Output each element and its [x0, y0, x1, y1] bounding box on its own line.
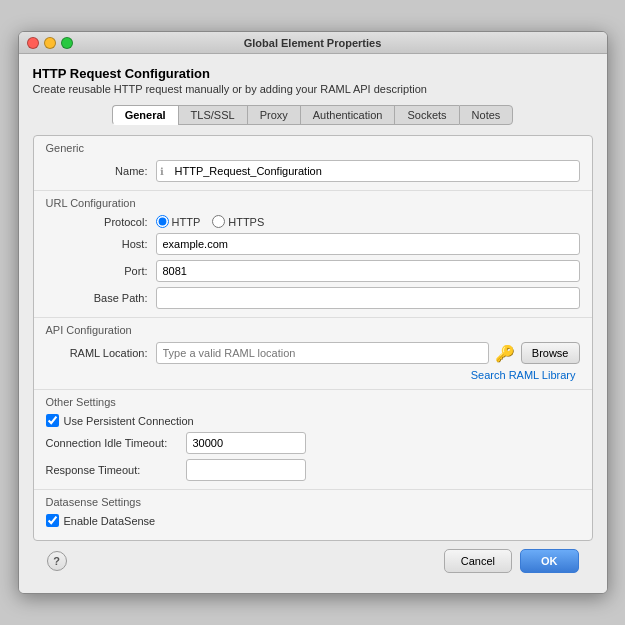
page-title: HTTP Request Configuration	[33, 66, 593, 81]
persistent-connection-checkbox[interactable]	[46, 414, 59, 427]
content-area: Generic Name: ℹ URL Configuration	[33, 135, 593, 541]
tab-authentication[interactable]: Authentication	[300, 105, 395, 125]
title-bar: Global Element Properties	[19, 32, 607, 54]
form-area: Generic Name: ℹ URL Configuration	[33, 135, 593, 541]
protocol-row: Protocol: HTTP HTTPS	[46, 215, 580, 228]
maximize-button[interactable]	[61, 37, 73, 49]
https-radio-label[interactable]: HTTPS	[212, 215, 264, 228]
response-timeout-input[interactable]	[186, 459, 306, 481]
idle-timeout-label: Connection Idle Timeout:	[46, 437, 186, 449]
datasense-title: Datasense Settings	[46, 496, 580, 508]
api-config-title: API Configuration	[46, 324, 580, 336]
enable-datasense-row: Enable DataSense	[46, 514, 580, 527]
http-label: HTTP	[172, 216, 201, 228]
enable-datasense-label: Enable DataSense	[64, 515, 156, 527]
raml-row: RAML Location: 🔑 Browse	[46, 342, 580, 364]
raml-input[interactable]	[156, 342, 489, 364]
footer-buttons: Cancel OK	[444, 549, 579, 573]
minimize-button[interactable]	[44, 37, 56, 49]
https-radio[interactable]	[212, 215, 225, 228]
window-title: Global Element Properties	[244, 37, 382, 49]
tab-tls-ssl[interactable]: TLS/SSL	[178, 105, 247, 125]
help-button[interactable]: ?	[47, 551, 67, 571]
https-label: HTTPS	[228, 216, 264, 228]
other-settings-section: Other Settings Use Persistent Connection…	[34, 390, 592, 490]
search-raml-link[interactable]: Search RAML Library	[46, 369, 580, 381]
name-input[interactable]	[156, 160, 580, 182]
enable-datasense-checkbox[interactable]	[46, 514, 59, 527]
api-config-section: API Configuration RAML Location: 🔑 Brows…	[34, 318, 592, 390]
port-label: Port:	[46, 265, 156, 277]
base-path-row: Base Path:	[46, 287, 580, 309]
other-settings-title: Other Settings	[46, 396, 580, 408]
idle-timeout-input[interactable]	[186, 432, 306, 454]
footer: ? Cancel OK	[33, 541, 593, 583]
name-label: Name:	[46, 165, 156, 177]
persistent-connection-row: Use Persistent Connection	[46, 414, 580, 427]
url-config-section: URL Configuration Protocol: HTTP	[34, 191, 592, 318]
datasense-section: Datasense Settings Enable DataSense	[34, 490, 592, 540]
host-input[interactable]	[156, 233, 580, 255]
port-input[interactable]	[156, 260, 580, 282]
info-icon: ℹ	[160, 166, 164, 177]
raml-icon: 🔑	[495, 344, 515, 363]
name-input-wrapper: ℹ	[156, 160, 580, 182]
main-window: Global Element Properties HTTP Request C…	[18, 31, 608, 594]
generic-section-title: Generic	[46, 142, 580, 154]
protocol-radio-group: HTTP HTTPS	[156, 215, 265, 228]
raml-label: RAML Location:	[46, 347, 156, 359]
protocol-label: Protocol:	[46, 216, 156, 228]
tab-proxy[interactable]: Proxy	[247, 105, 300, 125]
raml-input-row: 🔑 Browse	[156, 342, 580, 364]
window-controls	[27, 37, 73, 49]
http-radio[interactable]	[156, 215, 169, 228]
generic-section: Generic Name: ℹ	[34, 136, 592, 191]
persistent-connection-label: Use Persistent Connection	[64, 415, 194, 427]
window-body: HTTP Request Configuration Create reusab…	[19, 54, 607, 593]
idle-timeout-row: Connection Idle Timeout:	[46, 432, 580, 454]
http-radio-label[interactable]: HTTP	[156, 215, 201, 228]
page-subtitle: Create reusable HTTP request manually or…	[33, 83, 593, 95]
ok-button[interactable]: OK	[520, 549, 579, 573]
tab-general[interactable]: General	[112, 105, 178, 125]
tab-notes[interactable]: Notes	[459, 105, 514, 125]
response-timeout-label: Response Timeout:	[46, 464, 186, 476]
cancel-button[interactable]: Cancel	[444, 549, 512, 573]
tabs-bar: General TLS/SSL Proxy Authentication Soc…	[33, 105, 593, 125]
host-label: Host:	[46, 238, 156, 250]
name-row: Name: ℹ	[46, 160, 580, 182]
host-row: Host:	[46, 233, 580, 255]
base-path-input[interactable]	[156, 287, 580, 309]
close-button[interactable]	[27, 37, 39, 49]
port-row: Port:	[46, 260, 580, 282]
browse-button[interactable]: Browse	[521, 342, 580, 364]
tab-sockets[interactable]: Sockets	[394, 105, 458, 125]
response-timeout-row: Response Timeout:	[46, 459, 580, 481]
content-main: Generic Name: ℹ URL Configuration	[33, 135, 593, 541]
base-path-label: Base Path:	[46, 292, 156, 304]
url-config-title: URL Configuration	[46, 197, 580, 209]
